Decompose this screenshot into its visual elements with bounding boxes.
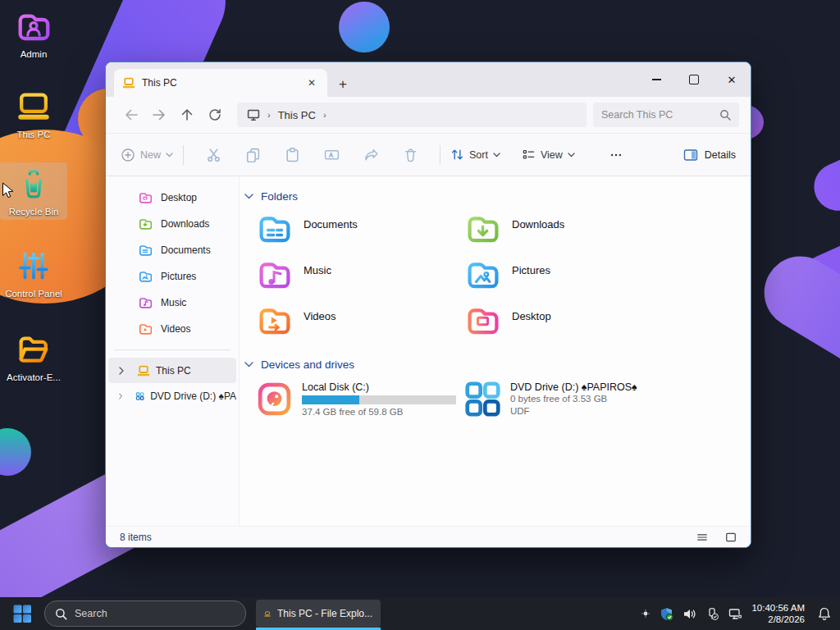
breadcrumb[interactable]: › This PC › [237, 103, 587, 127]
view-list-icon [522, 148, 536, 162]
paste-button[interactable] [284, 147, 300, 163]
recycle-bin-icon [15, 166, 52, 203]
details-pane-button[interactable]: Details [683, 148, 736, 162]
drive-tile-dvd-d[interactable]: DVD Drive (D:) ♠PAPIROS♠ 0 bytes free of… [464, 381, 673, 430]
search-input[interactable]: Search This PC [593, 103, 739, 127]
more-options-button[interactable] [608, 147, 624, 163]
folder-tile-desktop[interactable]: Desktop [464, 303, 673, 349]
list-view-icon[interactable] [696, 532, 708, 543]
sidebar-item-downloads[interactable]: Downloads [106, 211, 239, 237]
minimize-button[interactable] [637, 62, 675, 97]
sidebar-item-this-pc[interactable]: This PC [108, 358, 236, 383]
sidebar-item-desktop[interactable]: Desktop [106, 185, 239, 211]
notifications-bell-icon[interactable] [817, 606, 832, 621]
taskbar-clock[interactable]: 10:40:56 AM 2/8/2026 [751, 602, 805, 625]
taskbar-search-input[interactable]: Search [44, 600, 246, 627]
downloads-folder-icon [464, 211, 501, 248]
wallpaper-teal-circle [0, 428, 31, 476]
folder-tile-music[interactable]: Music [256, 257, 464, 303]
rename-button[interactable] [323, 147, 340, 163]
details-pane-icon [683, 148, 698, 162]
sidebar-item-videos[interactable]: Videos [106, 316, 239, 342]
copy-button[interactable] [244, 147, 261, 163]
command-toolbar: New Sort [106, 134, 751, 176]
forward-button[interactable] [145, 103, 173, 127]
details-label: Details [705, 149, 736, 161]
tab-close-icon[interactable]: ✕ [304, 77, 319, 89]
chevron-down-icon [568, 153, 575, 158]
taskbar-app-label: This PC - File Explo... [277, 608, 372, 619]
cut-button[interactable] [205, 147, 221, 163]
tile-label: Downloads [512, 218, 564, 231]
plus-circle-icon [121, 148, 135, 162]
folder-tile-documents[interactable]: Documents [256, 211, 464, 257]
up-button[interactable] [173, 103, 201, 127]
documents-folder-icon [256, 211, 293, 248]
usb-eject-icon[interactable] [705, 607, 719, 621]
delete-button[interactable] [402, 147, 418, 163]
sort-label: Sort [469, 149, 488, 161]
pictures-folder-icon [139, 270, 152, 283]
volume-icon[interactable] [682, 607, 696, 621]
downloads-folder-icon [139, 217, 152, 231]
folder-tile-downloads[interactable]: Downloads [464, 211, 673, 257]
view-button[interactable]: View [522, 148, 575, 162]
sidebar-item-documents[interactable]: Documents [106, 237, 239, 263]
sidebar-item-music[interactable]: Music [106, 290, 239, 316]
close-button[interactable]: ✕ [713, 62, 751, 97]
documents-folder-icon [139, 244, 152, 257]
desktop-icon-this-pc[interactable]: This PC [0, 85, 67, 143]
folders-section-header[interactable]: Folders [244, 186, 751, 206]
drive-free-space: 0 bytes free of 3.53 GB [510, 393, 637, 405]
wallpaper-blue-circle [339, 2, 390, 52]
sidebar-label: Music [161, 297, 186, 308]
tile-label: Desktop [512, 310, 551, 322]
toolbar-separator [183, 145, 184, 165]
tab-this-pc[interactable]: This PC ✕ [114, 69, 327, 97]
drive-name: Local Disk (C:) [302, 381, 456, 393]
file-explorer-window: This PC ✕ + ✕ › This PC › [105, 62, 751, 548]
taskbar-app-file-explorer[interactable]: This PC - File Explo... [256, 597, 381, 630]
wallpaper-capsule-right-1 [806, 121, 840, 218]
share-button[interactable] [363, 147, 379, 163]
clock-date: 2/8/2026 [751, 614, 805, 625]
new-button[interactable]: New [121, 148, 173, 162]
desktop-icon-control-panel[interactable]: Control Panel [0, 244, 67, 302]
sidebar-label: This PC [156, 365, 191, 377]
breadcrumb-this-pc[interactable]: This PC [278, 109, 316, 121]
chevron-right-icon: › [267, 110, 271, 120]
devices-section-header[interactable]: Devices and drives [244, 354, 751, 374]
new-tab-button[interactable]: + [339, 77, 347, 91]
sort-button[interactable]: Sort [450, 148, 500, 162]
hidden-icons-dot-icon[interactable] [641, 609, 651, 619]
folder-tile-pictures[interactable]: Pictures [464, 257, 673, 303]
sidebar-item-pictures[interactable]: Pictures [106, 263, 239, 290]
laptop-icon [15, 89, 52, 126]
dvd-grid-icon [135, 390, 144, 403]
back-button[interactable] [117, 103, 145, 127]
tab-bar: This PC ✕ + ✕ [106, 62, 751, 97]
desktop-icon-activator[interactable]: Activator-E... [0, 328, 67, 386]
windows-security-shield-icon[interactable] [660, 607, 673, 621]
start-button[interactable] [7, 599, 38, 628]
folder-tile-videos[interactable]: Videos [256, 303, 464, 349]
desktop-icon-admin[interactable]: Admin [0, 5, 67, 62]
items-count: 8 items [120, 532, 152, 543]
music-folder-icon [256, 257, 293, 294]
drive-tile-local-disk-c[interactable]: Local Disk (C:) 37.4 GB free of 59.8 GB [256, 381, 464, 430]
refresh-button[interactable] [201, 103, 229, 127]
network-icon[interactable] [728, 607, 742, 621]
section-title: Folders [261, 190, 298, 203]
chevron-right-icon [119, 367, 125, 375]
drive-name: DVD Drive (D:) ♠PAPIROS♠ [510, 381, 637, 393]
desktop-icon-recycle-bin[interactable]: Recycle Bin [0, 162, 67, 220]
chevron-down-icon [244, 194, 253, 199]
section-title: Devices and drives [261, 358, 354, 371]
maximize-button[interactable] [675, 62, 713, 97]
sidebar-item-dvd-drive[interactable]: DVD Drive (D:) ♠PA [108, 383, 236, 409]
chevron-right-icon[interactable]: › [323, 110, 326, 120]
address-bar: › This PC › Search This PC [106, 97, 751, 134]
disk-usage-fill [302, 395, 359, 404]
desktop-icon-label: This PC [17, 130, 51, 139]
thumbnail-view-icon[interactable] [725, 532, 737, 543]
